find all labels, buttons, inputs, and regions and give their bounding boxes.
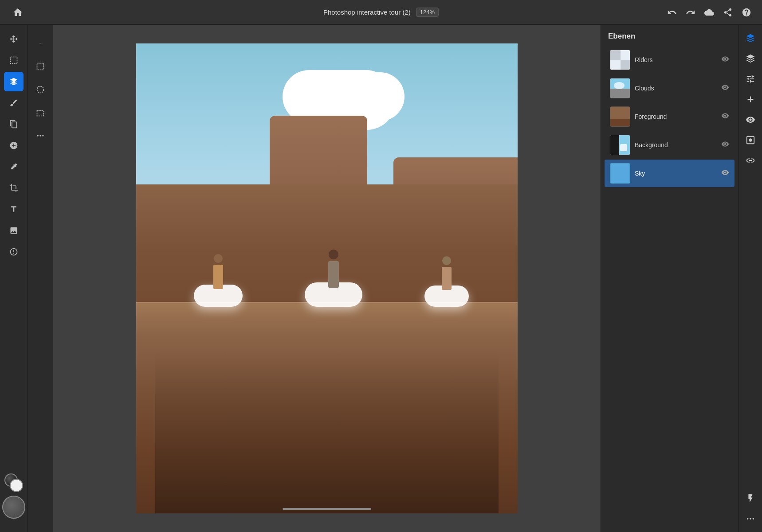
layer-name-foreground: Foreground [635, 113, 717, 120]
redo-button[interactable] [686, 8, 695, 17]
svg-point-4 [37, 86, 44, 93]
rider-left [194, 254, 243, 307]
selection-rect-tool[interactable] [31, 57, 50, 76]
svg-point-6 [37, 135, 39, 136]
layer-thumb-clouds [610, 78, 630, 98]
svg-point-25 [749, 138, 752, 141]
layer-thumb-riders [610, 50, 630, 70]
svg-point-16 [614, 82, 625, 89]
layers-list: Riders Clouds [601, 45, 738, 188]
left-toolbar [0, 25, 27, 532]
foreground-background-swatches[interactable] [4, 473, 23, 492]
svg-rect-23 [611, 164, 630, 184]
svg-rect-15 [610, 89, 630, 98]
svg-rect-18 [610, 119, 630, 127]
layer-visibility-riders[interactable] [721, 55, 729, 65]
layers-panel-toggle[interactable] [742, 29, 759, 47]
layer-visibility-background[interactable] [721, 140, 729, 150]
crop-tool[interactable] [4, 178, 24, 198]
brush-size-preview [2, 496, 25, 519]
top-bar-left [11, 5, 25, 20]
layer-visibility-sky[interactable] [721, 168, 729, 178]
layer-thumb-background [610, 135, 630, 155]
color-swatches [2, 473, 25, 528]
layers-panel-title: Ebenen [601, 25, 738, 45]
main-layout: Ebenen Riders [0, 25, 762, 532]
visibility-button[interactable] [742, 111, 759, 129]
svg-rect-13 [610, 50, 630, 70]
canvas-area [53, 25, 601, 532]
add-layer-button[interactable] [742, 90, 759, 108]
healing-tool[interactable] [4, 136, 24, 155]
mask-button[interactable] [742, 131, 759, 149]
svg-point-7 [39, 135, 41, 136]
layer-visibility-foreground[interactable] [721, 112, 729, 121]
svg-rect-0 [10, 57, 17, 64]
svg-rect-19 [610, 135, 619, 155]
more-options-tool[interactable] [31, 126, 50, 145]
layer-thumb-foreground [610, 106, 630, 127]
zoom-level[interactable]: 124% [416, 8, 439, 17]
link-button[interactable] [742, 152, 759, 169]
scroll-indicator [31, 34, 50, 53]
selection-poly-tool[interactable] [31, 103, 50, 122]
layer-item-foreground[interactable]: Foreground [605, 103, 735, 130]
type-tool[interactable] [4, 200, 24, 219]
adjustments-panel-toggle[interactable] [742, 70, 759, 88]
background-color[interactable] [10, 479, 23, 492]
cloud-in-sky [300, 70, 389, 114]
rider-right [424, 256, 469, 307]
svg-point-8 [42, 135, 43, 136]
selection-ellipse-tool[interactable] [31, 80, 50, 99]
secondary-toolbar [27, 25, 53, 532]
select-subject-tool[interactable] [4, 72, 24, 91]
home-button[interactable] [11, 5, 25, 20]
lightning-button[interactable] [742, 489, 759, 507]
riders-group [136, 218, 518, 307]
file-title: Photoshop interactive tour (2) [323, 8, 411, 16]
layers-icon[interactable] [742, 50, 759, 67]
image-tool[interactable] [4, 221, 24, 240]
layer-name-riders: Riders [635, 56, 717, 63]
layer-visibility-clouds[interactable] [721, 83, 729, 93]
top-bar-center: Photoshop interactive tour (2) 124% [323, 8, 439, 17]
more-rail-button[interactable] [742, 510, 759, 528]
layer-item-sky[interactable]: Sky [605, 160, 735, 187]
svg-point-1 [12, 81, 15, 83]
cliff-detail [155, 349, 499, 513]
canvas-wrapper [136, 43, 518, 513]
sampler-tool[interactable] [4, 242, 24, 262]
layer-name-clouds: Clouds [635, 85, 717, 92]
layers-panel: Ebenen Riders [601, 25, 738, 532]
svg-point-28 [752, 518, 754, 520]
right-icons-rail [738, 25, 762, 532]
layer-name-background: Background [635, 141, 717, 149]
move-tool[interactable] [4, 29, 24, 49]
undo-button[interactable] [667, 8, 677, 17]
layer-thumb-sky [610, 163, 630, 184]
svg-rect-3 [37, 63, 44, 70]
svg-rect-21 [620, 144, 627, 151]
top-bar-right [667, 8, 751, 17]
layer-name-sky: Sky [635, 170, 717, 177]
canvas-image[interactable] [136, 43, 518, 513]
svg-point-27 [750, 518, 751, 520]
clone-stamp-tool[interactable] [4, 114, 24, 134]
top-bar: Photoshop interactive tour (2) 124% [0, 0, 762, 25]
help-button[interactable] [742, 8, 751, 17]
svg-point-26 [746, 518, 748, 520]
eyedropper-tool[interactable] [4, 157, 24, 176]
canvas-scrollbar[interactable] [283, 508, 371, 510]
share-button[interactable] [723, 8, 733, 17]
brush-tool[interactable] [4, 93, 24, 113]
layer-item-background[interactable]: Background [605, 131, 735, 159]
layer-item-clouds[interactable]: Clouds [605, 74, 735, 102]
cloud-button[interactable] [704, 8, 714, 17]
rider-center [305, 250, 362, 307]
layer-item-riders[interactable]: Riders [605, 46, 735, 74]
marquee-tool[interactable] [4, 51, 24, 70]
add-layer-area [601, 188, 738, 277]
svg-rect-2 [39, 43, 42, 43]
svg-rect-5 [37, 111, 44, 116]
